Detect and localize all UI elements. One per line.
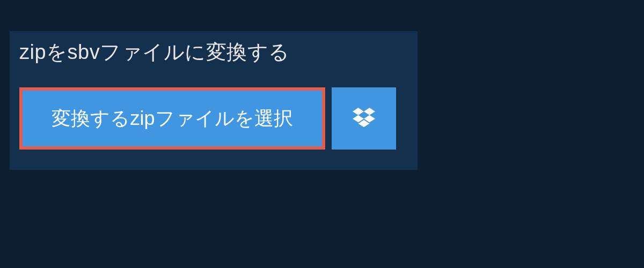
select-file-label: 変換するzipファイルを選択 [52,106,292,132]
dropbox-icon [353,108,375,129]
title-bar: zipをsbvファイルに変換する [10,31,324,76]
dropbox-button[interactable] [332,87,396,150]
converter-panel: zipをsbvファイルに変換する 変換するzipファイルを選択 [10,31,418,170]
page-title: zipをsbvファイルに変換する [19,39,314,66]
select-file-button[interactable]: 変換するzipファイルを選択 [19,87,325,150]
button-row: 変換するzipファイルを選択 [10,76,418,150]
